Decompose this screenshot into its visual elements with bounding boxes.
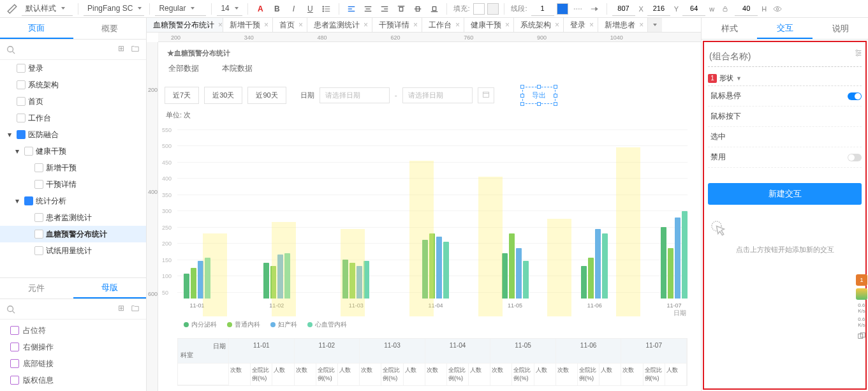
close-icon[interactable]: × xyxy=(218,20,223,29)
page-tab-local[interactable]: 本院数据 xyxy=(222,63,253,74)
pos-y-input[interactable] xyxy=(647,2,670,16)
close-icon[interactable]: × xyxy=(413,20,418,29)
doc-tab-0[interactable]: 血糖预警分布统计× xyxy=(147,18,223,32)
doc-tab-1[interactable]: 新增干预× xyxy=(223,18,273,32)
add-folder-icon[interactable] xyxy=(131,44,140,55)
page-tab-all[interactable]: 全部数据 xyxy=(168,63,199,74)
visibility-button[interactable] xyxy=(770,2,784,16)
dock-badge-1[interactable]: 1 xyxy=(856,274,867,286)
tab-components[interactable]: 元件 xyxy=(0,278,73,299)
bullets-button[interactable] xyxy=(320,2,334,16)
tree-item-workbench[interactable]: 工作台 xyxy=(0,110,146,126)
search-icon[interactable] xyxy=(6,45,15,54)
font-size-select[interactable]: 14 xyxy=(217,2,242,16)
add-page-icon[interactable]: ⊞ xyxy=(118,44,124,55)
doc-tab-2[interactable]: 首页× xyxy=(273,18,307,32)
tree-item-newint[interactable]: 新增干预 xyxy=(0,159,146,176)
close-icon[interactable]: × xyxy=(589,20,594,29)
line-style-button[interactable] xyxy=(571,2,585,16)
tree-item-home[interactable]: 首页 xyxy=(0,93,146,110)
tree-item-stripusage[interactable]: 试纸用量统计 xyxy=(0,242,146,259)
lib-placeholder[interactable]: 占位符 xyxy=(0,322,146,339)
rtab-note[interactable]: 说明 xyxy=(813,18,868,39)
fill-color-gray[interactable] xyxy=(487,3,499,15)
state-disabled[interactable]: 禁用 xyxy=(708,147,862,168)
dock-gradient[interactable] xyxy=(856,288,867,300)
doc-tab-9[interactable]: 新增患者× xyxy=(598,18,648,32)
close-icon[interactable]: × xyxy=(364,20,368,29)
filter-90d-button[interactable]: 近90天 xyxy=(247,87,286,104)
doc-tab-6[interactable]: 健康干预× xyxy=(464,18,514,32)
close-icon[interactable]: × xyxy=(298,20,303,29)
align-right-button[interactable] xyxy=(378,2,392,16)
close-icon[interactable]: × xyxy=(555,20,559,29)
size-h-input[interactable] xyxy=(735,2,758,16)
doc-tab-8[interactable]: 登录× xyxy=(564,18,598,32)
shape-header[interactable]: 1 形状 ▼ xyxy=(708,71,862,86)
valign-bot-button[interactable] xyxy=(427,2,441,16)
doc-tab-5[interactable]: 工作台× xyxy=(422,18,464,32)
add-master-folder-icon[interactable] xyxy=(131,304,140,314)
tree-item-patientmon[interactable]: 患者监测统计 xyxy=(0,209,146,226)
tree-item-health[interactable]: ▾健康干预 xyxy=(0,143,146,159)
filter-30d-button[interactable]: 近30天 xyxy=(204,87,242,104)
close-icon[interactable]: × xyxy=(264,20,268,29)
design-canvas[interactable]: ★血糖预警分布统计 全部数据 本院数据 近7天 近30天 近90天 日期 请选择… xyxy=(158,42,701,391)
date-start-input[interactable]: 请选择日期 xyxy=(320,87,390,103)
tree-item-intdetail[interactable]: 干预详情 xyxy=(0,176,146,193)
tree-item-medical[interactable]: ▾医防融合 xyxy=(0,126,146,143)
stroke-color[interactable] xyxy=(557,3,568,15)
close-icon[interactable]: × xyxy=(455,20,460,29)
filter-7d-button[interactable]: 近7天 xyxy=(165,87,199,104)
italic-button[interactable]: I xyxy=(286,2,300,16)
fill-color-white[interactable] xyxy=(473,3,485,15)
tree-item-arch[interactable]: 系统架构 xyxy=(0,77,146,93)
text-color-button[interactable]: A xyxy=(253,2,267,16)
tree-item-stats[interactable]: ▾统计分析 xyxy=(0,193,146,209)
bold-button[interactable]: B xyxy=(270,2,284,16)
tab-master[interactable]: 母版 xyxy=(73,278,147,299)
close-icon[interactable]: × xyxy=(639,20,644,29)
svg-point-4 xyxy=(323,8,324,10)
doc-tab-3[interactable]: 患者监测统计× xyxy=(307,18,372,32)
dock-collapse-button[interactable] xyxy=(856,330,867,342)
rtab-style[interactable]: 样式 xyxy=(702,18,757,39)
lock-aspect-button[interactable] xyxy=(718,2,732,16)
calendar-icon[interactable] xyxy=(478,87,494,103)
tree-item-login[interactable]: 登录 xyxy=(0,60,146,77)
new-interaction-button[interactable]: 新建交互 xyxy=(708,183,862,205)
pencil-icon[interactable] xyxy=(5,2,19,16)
state-selected[interactable]: 选中 xyxy=(708,127,862,147)
lib-right-op[interactable]: 右侧操作 xyxy=(0,339,146,355)
size-w-input[interactable] xyxy=(682,2,705,16)
valign-top-button[interactable] xyxy=(394,2,408,16)
font-weight-select[interactable]: Regular xyxy=(155,2,206,16)
doc-tab-7[interactable]: 系统架构× xyxy=(514,18,564,32)
style-preset-select[interactable]: 默认样式 xyxy=(22,2,73,16)
pos-x-input[interactable] xyxy=(612,2,635,16)
state-pressed[interactable]: 鼠标按下 xyxy=(708,107,862,127)
tab-outline[interactable]: 概要 xyxy=(73,18,147,39)
search-icon[interactable] xyxy=(6,305,15,314)
align-center-button[interactable] xyxy=(361,2,375,16)
tree-item-bloodalarm[interactable]: 血糖预警分布统计 xyxy=(0,226,146,242)
group-name-input[interactable] xyxy=(708,46,862,67)
lib-copyright[interactable]: 版权信息 xyxy=(0,372,146,388)
state-hover[interactable]: 鼠标悬停 xyxy=(708,86,862,107)
date-end-input[interactable]: 请选择日期 xyxy=(402,87,473,103)
export-button-selected[interactable]: 导出 xyxy=(522,87,555,104)
font-family-select[interactable]: PingFang SC xyxy=(84,2,144,16)
close-icon[interactable]: × xyxy=(505,20,510,29)
stroke-width-input[interactable] xyxy=(531,2,554,16)
lib-bottom-link[interactable]: 底部链接 xyxy=(0,355,146,372)
doc-tab-4[interactable]: 干预详情× xyxy=(372,18,422,32)
more-tabs-button[interactable] xyxy=(648,18,662,32)
tab-page[interactable]: 页面 xyxy=(0,18,73,39)
align-left-button[interactable] xyxy=(344,2,358,16)
underline-button[interactable]: U xyxy=(303,2,317,16)
valign-mid-button[interactable] xyxy=(411,2,425,16)
add-master-icon[interactable]: ⊞ xyxy=(118,304,124,314)
arrow-style-button[interactable] xyxy=(587,2,601,16)
rtab-interact[interactable]: 交互 xyxy=(757,18,813,39)
settings-icon[interactable] xyxy=(854,48,863,59)
